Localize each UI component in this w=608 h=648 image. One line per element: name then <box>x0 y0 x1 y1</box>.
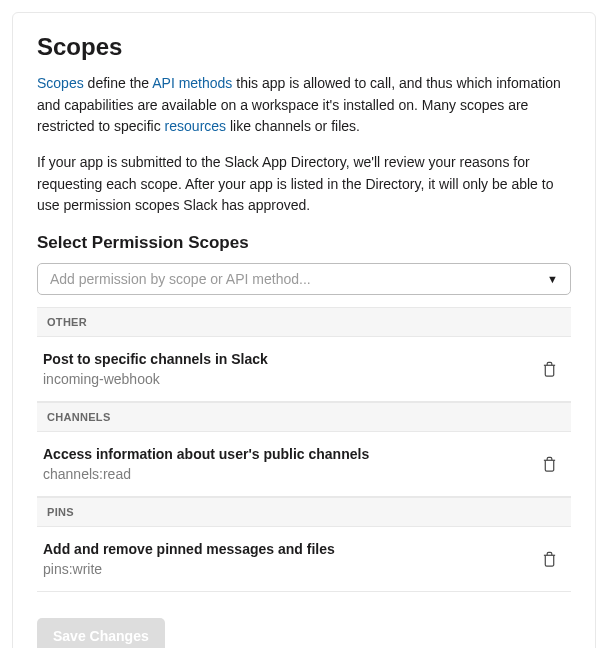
delete-scope-button[interactable] <box>538 547 561 572</box>
intro-text-3: like channels or files. <box>226 118 360 134</box>
scopes-link[interactable]: Scopes <box>37 75 84 91</box>
api-methods-link[interactable]: API methods <box>152 75 232 91</box>
add-scope-placeholder: Add permission by scope or API method... <box>50 271 311 287</box>
scope-row: Add and remove pinned messages and files… <box>37 527 571 592</box>
trash-icon <box>542 551 557 568</box>
trash-icon <box>542 456 557 473</box>
save-changes-button[interactable]: Save Changes <box>37 618 165 648</box>
resources-link[interactable]: resources <box>165 118 226 134</box>
intro-text-1: define the <box>84 75 153 91</box>
add-scope-select[interactable]: Add permission by scope or API method...… <box>37 263 571 295</box>
scope-row: Post to specific channels in Slack incom… <box>37 337 571 402</box>
scopes-card: Scopes Scopes define the API methods thi… <box>12 12 596 648</box>
scope-title: Post to specific channels in Slack <box>43 351 268 367</box>
delete-scope-button[interactable] <box>538 357 561 382</box>
caret-down-icon: ▼ <box>547 273 558 285</box>
scope-title: Access information about user's public c… <box>43 446 369 462</box>
scope-row: Access information about user's public c… <box>37 432 571 497</box>
group-header-channels: CHANNELS <box>37 402 571 432</box>
scope-identifier: pins:write <box>43 561 335 577</box>
scope-title: Add and remove pinned messages and files <box>43 541 335 557</box>
directory-note: If your app is submitted to the Slack Ap… <box>37 152 571 217</box>
trash-icon <box>542 361 557 378</box>
delete-scope-button[interactable] <box>538 452 561 477</box>
scope-text: Post to specific channels in Slack incom… <box>43 351 268 387</box>
select-scopes-heading: Select Permission Scopes <box>37 233 571 253</box>
intro-paragraph: Scopes define the API methods this app i… <box>37 73 571 138</box>
scope-identifier: channels:read <box>43 466 369 482</box>
group-header-other: OTHER <box>37 307 571 337</box>
scope-text: Add and remove pinned messages and files… <box>43 541 335 577</box>
scope-text: Access information about user's public c… <box>43 446 369 482</box>
page-heading: Scopes <box>37 33 571 61</box>
group-header-pins: PINS <box>37 497 571 527</box>
scope-identifier: incoming-webhook <box>43 371 268 387</box>
